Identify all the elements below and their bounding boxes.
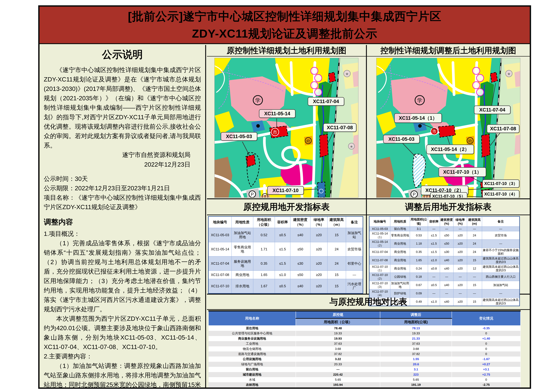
- svg-text:幼: 幼: [468, 139, 472, 143]
- map-label: XC11-05-14: [259, 109, 296, 118]
- table-cell: ≥20: [453, 256, 467, 265]
- table-cell: ≤1.0: [275, 271, 290, 279]
- banner: [批前公示]遂宁市中心城区控制性详细规划集中集成西宁片区 ZDY-XC11规划论…: [40, 7, 530, 44]
- adjusted-landuse-map: 学 市 幼 P 文 ★: [376, 58, 520, 198]
- banner-title-line1: [批前公示]遂宁市中心城区控制性详细规划集中集成西宁片区: [128, 8, 441, 25]
- table-cell: ≤40: [440, 256, 453, 265]
- comparison-row: 留白用地—3.1+3.1: [208, 367, 520, 372]
- table-cell: 3.1: [410, 226, 428, 231]
- table-cell: —: [346, 271, 363, 279]
- kindergarten-icon: 幼: [306, 139, 310, 143]
- comparison-cell-name: 城市建设用地: [208, 372, 296, 377]
- table-cell: ≤0.5: [275, 279, 290, 294]
- table-cell: ≤1.5: [428, 248, 440, 256]
- comparison-cell-change: -2.75: [452, 382, 520, 387]
- col-header: 绿地率(%): [453, 217, 467, 227]
- comparison-cell-name: 留白用地: [208, 367, 296, 372]
- svg-text:★: ★: [507, 72, 511, 76]
- table-cell: 0.24: [410, 265, 428, 273]
- comparison-cell-orig: 5.65: [296, 377, 380, 382]
- col-header: 备注: [346, 217, 363, 228]
- comparison-row: 工业用地37.6337.630: [208, 341, 520, 346]
- map-label: XC11-05-14（1）: [394, 113, 442, 123]
- comparison-row: 总用地420.01420.010: [208, 387, 520, 389]
- table-cell: ≤1.0: [428, 256, 440, 265]
- culture-icon: 文: [263, 194, 267, 198]
- comparison-cell-change: 0: [452, 377, 520, 382]
- table-cell: —: [428, 226, 440, 231]
- table-cell: ≤30: [440, 248, 453, 256]
- comparison-cell-orig: 193.94: [296, 382, 380, 387]
- table-cell: XC11-07-10（3）: [369, 281, 390, 289]
- comparison-cell-adj: 223: [380, 372, 452, 377]
- maps-and-tables-zone: 原控制性详细规划土地利用规划图 控制性详细规划调整后土地利用规划图: [207, 45, 530, 387]
- table-cell: XC11-05-14（1）: [369, 231, 390, 239]
- comparison-cell-orig: 3.22: [296, 357, 380, 362]
- comparison-cell-change: -0.35: [452, 326, 520, 331]
- section2-title: 2.主要调整内容：: [44, 351, 201, 361]
- table-cell: 商业用地: [390, 239, 410, 248]
- table-row: XC11-07-04服务设施用地0.35≤1.5≤30≥2024邻里中心: [208, 256, 363, 271]
- comparison-cell-name: 工业用地: [208, 341, 296, 346]
- comparison-cell-change: 0: [452, 387, 520, 389]
- table-cell: 零售商业用地: [232, 242, 253, 256]
- table-cell: XC11-07-10（1）: [369, 265, 390, 273]
- original-landuse-map: 学 市 幼 P 文 ★: [215, 58, 359, 198]
- table-cell: ≤1.5: [428, 231, 440, 239]
- table-row: XC11-05-14零售商业用地1.71≤1.5≤50≥2024农贸市场: [208, 242, 363, 256]
- table-cell: 0.35: [410, 248, 428, 256]
- notice-heading: 公示说明: [44, 48, 201, 61]
- col-header: 备注: [482, 217, 519, 227]
- table-cell: 15: [327, 271, 346, 279]
- comparison-row: 水域5.655.650: [208, 377, 520, 382]
- notice-signature: 遂宁市自然资源和规划局: [44, 150, 201, 160]
- comparison-cell-name: 公用设施用地: [208, 357, 296, 362]
- table-cell: ≥20: [310, 279, 327, 294]
- col-header: 建筑密度（%）: [290, 217, 310, 228]
- col-header: 调整后: [380, 311, 452, 318]
- comparison-cell-name: 水域: [208, 377, 296, 382]
- table-cell: ≥20: [310, 228, 327, 242]
- table-cell: ≥20: [453, 239, 467, 248]
- table-cell: ≤1.5: [275, 242, 290, 256]
- table-cell: ≤1.5: [428, 239, 440, 248]
- table-cell: —: [482, 226, 519, 231]
- col-header: 建筑密度(%): [440, 217, 453, 227]
- table-cell: 公园绿地: [390, 273, 410, 281]
- table-cell: ≤50: [290, 242, 310, 256]
- section1-paragraph2: 本次调整范围为西宁片区ZDY-XC11子单元，总面积约为420.01公顷。调整主…: [44, 314, 201, 351]
- comparison-cell-adj: 3.1: [380, 367, 452, 372]
- table-cell: ≤50: [290, 271, 310, 279]
- table-cell: 加油加气站: [346, 228, 363, 242]
- table-cell: 建筑限高未超过西山山体高度的2/3: [482, 265, 519, 273]
- table-row: XC11-07-10（1）商业用地0.24≤0.8≤40≥2012建筑限高未超过…: [369, 265, 520, 273]
- comparison-row: 商业服务业设施用地19.9321.33+1.40: [208, 336, 520, 341]
- comparison-cell-change: 0: [452, 346, 520, 351]
- col-subheader: 用地面积(公顷): [380, 318, 452, 326]
- table-cell: 24: [327, 242, 346, 256]
- table-cell: 农贸市场: [482, 231, 519, 239]
- table-cell: XC11-07-10: [208, 279, 232, 294]
- table-cell: ≤40: [440, 281, 453, 289]
- table-cell: 1.65: [410, 256, 428, 265]
- table-cell: 15: [327, 228, 346, 242]
- comparison-cell-adj: 21.33: [380, 336, 452, 341]
- col-header: 变化情况: [452, 311, 520, 326]
- col-header: 用地面积（公顷）: [253, 217, 275, 228]
- table-cell: —: [453, 226, 467, 231]
- comparison-cell-orig: 78.48: [296, 326, 380, 331]
- table-cell: 24: [467, 239, 482, 248]
- table-cell: 1.65: [253, 271, 275, 279]
- comparison-cell-change: 0: [452, 341, 520, 346]
- table-cell: —: [428, 273, 440, 281]
- col-header: 容积率: [428, 217, 440, 227]
- table-row: XC11-05-14（1）零售商业用地0.53≤1.5≤50≥2024农贸市场: [369, 231, 520, 239]
- parcel-xc11-07-08: [482, 134, 490, 157]
- table-cell: ≤40: [290, 279, 310, 294]
- comparison-cell-adj: 5.65: [380, 377, 452, 382]
- table-cell: ≥20: [310, 256, 327, 271]
- table-cell: 15: [467, 256, 482, 265]
- col-subheader: 用地面积（公顷）: [296, 318, 380, 326]
- table-cell: 1.18: [410, 239, 428, 248]
- comparison-cell-orig: 3.68: [296, 346, 380, 351]
